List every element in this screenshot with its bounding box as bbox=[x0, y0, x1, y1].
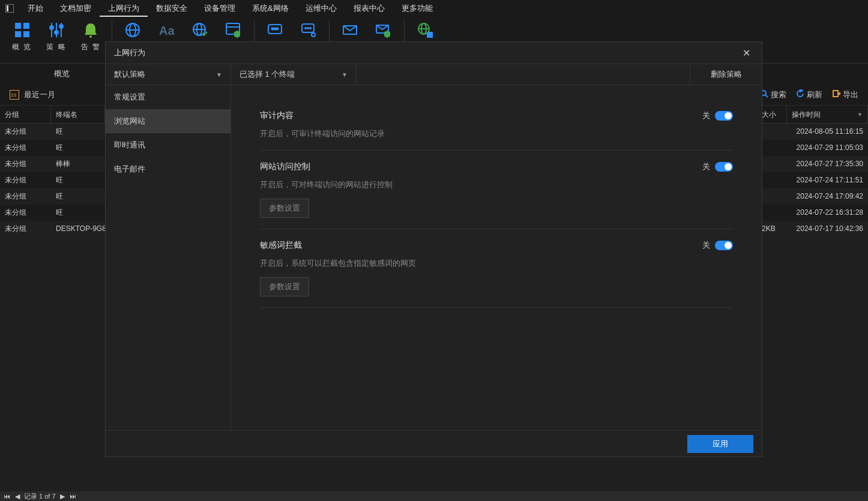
svg-point-24 bbox=[274, 28, 276, 30]
sidebar-item[interactable]: 浏览网站 bbox=[106, 109, 231, 133]
browser-shield-icon bbox=[224, 20, 243, 40]
search-button[interactable]: 搜索 bbox=[760, 89, 786, 100]
app-logo-icon[interactable] bbox=[5, 4, 14, 13]
sidebar-item[interactable]: 即时通讯 bbox=[106, 133, 231, 157]
dialog-title: 上网行为 bbox=[114, 47, 145, 58]
toggle-switch[interactable] bbox=[715, 111, 733, 121]
dialog-content: 审计内容 关 开启后，可审计终端访问的网站记录 网站访问控制 关 开启后，可对终… bbox=[231, 85, 762, 430]
dialog-selector-row: 默认策略 ▼ 已选择 1 个终端 ▼ 删除策略 bbox=[106, 64, 762, 85]
ribbon-web-shield[interactable] bbox=[217, 20, 250, 40]
ribbon-overview[interactable]: 概 览 bbox=[5, 20, 39, 52]
delete-policy-button[interactable]: 删除策略 bbox=[690, 64, 762, 85]
setting-desc: 开启后，可审计终端访问的网站记录 bbox=[260, 128, 733, 139]
menubar-item[interactable]: 更多功能 bbox=[393, 0, 441, 17]
svg-text:Aa: Aa bbox=[159, 24, 175, 37]
ribbon-mail-shield[interactable] bbox=[367, 20, 400, 40]
chat-icon bbox=[265, 20, 285, 40]
bell-icon bbox=[81, 20, 100, 40]
svg-rect-36 bbox=[427, 32, 432, 37]
chevron-down-icon: ▼ bbox=[216, 71, 222, 78]
sidebar-item[interactable]: 常规设置 bbox=[106, 85, 231, 109]
refresh-label: 刷新 bbox=[807, 89, 822, 100]
param-settings-button[interactable]: 参数设置 bbox=[260, 277, 309, 296]
close-button[interactable]: ✕ bbox=[739, 46, 753, 60]
setting-block: 审计内容 关 开启后，可审计终端访问的网站记录 bbox=[260, 100, 733, 151]
svg-line-38 bbox=[765, 95, 768, 97]
page-first[interactable]: ⏮ bbox=[2, 493, 11, 500]
terminal-select[interactable]: 已选择 1 个终端 ▼ bbox=[231, 64, 357, 85]
ribbon-globe[interactable] bbox=[116, 20, 149, 40]
page-last[interactable]: ⏭ bbox=[69, 493, 77, 500]
svg-point-9 bbox=[50, 26, 53, 29]
page-next[interactable]: ▶ bbox=[58, 493, 67, 500]
text-aa-icon: Aa bbox=[157, 20, 176, 40]
menubar-item[interactable]: 设备管理 bbox=[196, 0, 244, 17]
setting-toggle[interactable]: 关 bbox=[702, 110, 733, 121]
toggle-switch[interactable] bbox=[715, 241, 733, 250]
dialog-footer: 应用 bbox=[106, 430, 762, 457]
period-label[interactable]: 最近一月 bbox=[24, 89, 55, 100]
svg-point-10 bbox=[55, 31, 58, 34]
svg-point-12 bbox=[89, 35, 92, 38]
chat-user-icon bbox=[299, 20, 318, 40]
menubar-item[interactable]: 开始 bbox=[19, 0, 52, 17]
svg-rect-3 bbox=[23, 23, 29, 29]
svg-rect-1 bbox=[7, 5, 8, 11]
terminal-select-label: 已选择 1 个终端 bbox=[240, 69, 295, 80]
setting-desc: 开启后，可对终端访问的网站进行控制 bbox=[260, 179, 733, 190]
globe-check-icon bbox=[190, 20, 209, 40]
ribbon-label: 告 警 bbox=[81, 42, 101, 52]
col-optime[interactable]: 操作时间▼ bbox=[787, 106, 868, 123]
internet-behavior-dialog: 上网行为 ✕ 默认策略 ▼ 已选择 1 个终端 ▼ 删除策略 常规设置浏览网站即… bbox=[105, 41, 762, 457]
ribbon-alarm[interactable]: 告 警 bbox=[74, 20, 108, 52]
setting-toggle[interactable]: 关 bbox=[702, 240, 733, 251]
setting-title: 网站访问控制 bbox=[260, 161, 310, 172]
param-settings-button[interactable]: 参数设置 bbox=[260, 199, 309, 218]
ribbon-chat[interactable] bbox=[258, 20, 292, 40]
delete-policy-label: 删除策略 bbox=[711, 69, 742, 80]
menubar-item[interactable]: 文档加密 bbox=[52, 0, 100, 17]
globe-icon bbox=[123, 20, 142, 40]
grid-icon bbox=[13, 20, 32, 40]
sidebar-item[interactable]: 电子邮件 bbox=[106, 157, 231, 181]
ribbon-globe-block[interactable] bbox=[408, 20, 442, 40]
ribbon-label: 概 览 bbox=[12, 42, 32, 52]
menubar-item[interactable]: 数据安全 bbox=[148, 0, 196, 17]
export-icon bbox=[832, 89, 840, 100]
setting-desc: 开启后，系统可以拦截包含指定敏感词的网页 bbox=[260, 258, 733, 269]
svg-point-11 bbox=[59, 25, 63, 28]
setting-block: 敏感词拦截 关 开启后，系统可以拦截包含指定敏感词的网页参数设置 bbox=[260, 229, 733, 308]
calendar-icon[interactable] bbox=[10, 90, 19, 100]
menubar-item[interactable]: 运维中心 bbox=[297, 0, 345, 17]
col-group[interactable]: 分组 bbox=[0, 106, 51, 123]
toggle-label: 关 bbox=[702, 161, 710, 172]
ribbon-globe-check[interactable] bbox=[183, 20, 217, 40]
page-prev[interactable]: ◀ bbox=[13, 493, 22, 500]
svg-point-28 bbox=[307, 28, 309, 29]
export-label: 导出 bbox=[843, 89, 858, 100]
col-terminal[interactable]: 终端名 bbox=[51, 106, 105, 123]
menubar-item[interactable]: 报表中心 bbox=[345, 0, 393, 17]
policy-select[interactable]: 默认策略 ▼ bbox=[106, 64, 231, 85]
toggle-switch[interactable] bbox=[715, 162, 733, 172]
refresh-button[interactable]: 刷新 bbox=[796, 89, 822, 100]
svg-point-23 bbox=[272, 28, 274, 30]
ribbon-mail[interactable] bbox=[333, 20, 367, 40]
svg-point-29 bbox=[310, 28, 311, 29]
dialog-sidebar: 常规设置浏览网站即时通讯电子邮件 bbox=[106, 85, 231, 430]
ribbon-text[interactable]: Aa bbox=[149, 20, 183, 40]
menubar-item[interactable]: 上网行为 bbox=[100, 0, 148, 17]
apply-button[interactable]: 应用 bbox=[687, 435, 753, 453]
refresh-icon bbox=[796, 89, 804, 100]
ribbon-policy[interactable]: 策 略 bbox=[39, 20, 73, 52]
svg-point-30 bbox=[312, 33, 315, 37]
setting-block: 网站访问控制 关 开启后，可对终端访问的网站进行控制参数设置 bbox=[260, 151, 733, 229]
setting-toggle[interactable]: 关 bbox=[702, 161, 733, 172]
ribbon-chat-user[interactable] bbox=[292, 20, 325, 40]
record-counter: 记录 1 of 7 bbox=[24, 492, 56, 501]
svg-point-25 bbox=[277, 28, 279, 30]
ribbon-label: 策 略 bbox=[46, 42, 66, 52]
menubar-item[interactable]: 系统&网络 bbox=[244, 0, 297, 17]
svg-rect-39 bbox=[833, 91, 838, 97]
export-button[interactable]: 导出 bbox=[832, 89, 858, 100]
